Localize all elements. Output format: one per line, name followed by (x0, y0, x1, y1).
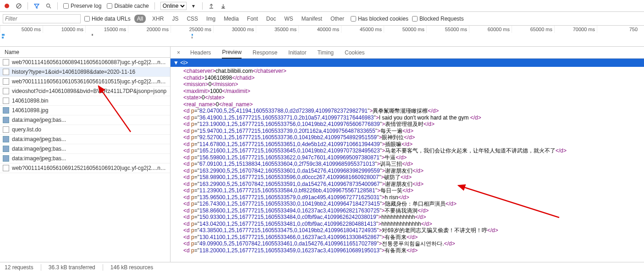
xml-d-element[interactable]: <d p="163.29900,5,25,16707842,1605533601… (183, 168, 644, 174)
request-row[interactable]: data:image/jpeg;bas... (0, 154, 170, 163)
request-row[interactable]: query.list.do (0, 125, 170, 135)
filter-input[interactable] (3, 14, 81, 23)
separator (28, 2, 28, 10)
filter-type-font[interactable]: Font (244, 15, 261, 23)
request-row[interactable]: 140610898.jpg (0, 106, 170, 115)
request-row[interactable]: 140610898.bin (0, 96, 170, 106)
document-file-icon (3, 59, 9, 65)
search-icon[interactable] (45, 3, 52, 9)
status-requests: 12 requests (5, 264, 33, 271)
xml-d-element[interactable]: <d p="36.41900,1,25,16777215,1605533771,… (183, 114, 644, 121)
filter-type-doc[interactable]: Doc (264, 15, 279, 23)
request-row[interactable]: web?0011141605610608941160561060887|ugc.… (0, 58, 170, 67)
timeline-tick: 10000 ms (43, 26, 85, 33)
timeline-tick: 50000 ms (384, 26, 426, 33)
close-icon[interactable]: × (175, 49, 182, 56)
xml-d-element[interactable]: <d p="114.67800,1,25,16777215,1605533651… (183, 141, 644, 148)
xml-d-element[interactable]: <d p="11.23900,1,25,16777215,1605533584,… (183, 187, 644, 194)
upload-icon[interactable] (208, 3, 215, 9)
preserve-log-checkbox[interactable]: Preserve log (63, 3, 101, 9)
xml-d-element[interactable]: <d p="163.29900,5,25,16707842,1605533591… (183, 181, 644, 188)
xml-d-element[interactable]: <d p="92.52700,1,25,16777215,1605533736,… (183, 134, 644, 141)
filter-all-button[interactable]: All (134, 15, 146, 23)
blocked-requests-checkbox[interactable]: Blocked Requests (412, 16, 464, 22)
hide-data-urls-checkbox[interactable]: Hide data URLs (84, 16, 131, 22)
preview-tree[interactable]: ▼ <i> <chatserver>chat.bilibili.com</cha… (171, 59, 644, 262)
xml-element[interactable]: <maxlimit>1000</maxlimit> (183, 88, 644, 95)
timeline[interactable]: 5000 ms10000 ms15000 ms20000 ms25000 ms3… (0, 26, 644, 47)
xml-d-element[interactable]: <d p="158.86600,1,25,16777215,1605533494… (183, 207, 644, 214)
timeline-tick: 40000 ms (298, 26, 341, 33)
filter-type-media[interactable]: Media (221, 15, 242, 23)
filter-type-manifest[interactable]: Manifest (299, 15, 325, 23)
request-row[interactable]: history?type=1&oid=140610898&date=2020-1… (0, 67, 170, 77)
xml-d-element[interactable]: <d p="156.59800,1,25,16777215,1605533622… (183, 154, 644, 161)
blocked-requests-label: Blocked Requests (419, 16, 464, 22)
timeline-tick: 20000 ms (128, 26, 171, 33)
xml-d-element[interactable]: <d p="150.93300,1,25,16777215,1605533484… (183, 214, 644, 221)
blocked-cookies-checkbox[interactable]: Has blocked cookies (351, 16, 408, 22)
chevron-down-icon[interactable]: ▾ (190, 3, 197, 9)
clear-icon[interactable] (16, 3, 22, 9)
timeline-tick: 5000 ms (0, 26, 43, 33)
document-file-icon (3, 126, 9, 133)
xml-element[interactable]: <chatid>140610898</chatid> (183, 75, 644, 82)
xml-d-element[interactable]: <d p="123.19000,1,25,16777215,1605533756… (183, 121, 644, 128)
tab-preview[interactable]: Preview (222, 47, 242, 59)
filter-type-img[interactable]: Img (204, 15, 218, 23)
xml-d-element[interactable]: <d p="43.38500,1,25,16777215,1605533475,… (183, 227, 644, 234)
separator (41, 264, 41, 271)
request-row[interactable]: data:image/jpeg;bas... (0, 144, 170, 154)
request-row[interactable]: data:image/jpeg;bas... (0, 115, 170, 125)
xml-d-element[interactable]: <d p="130.41100,1,25,16777215,1605533466… (183, 234, 644, 241)
xml-d-element[interactable]: <d p="143.04200,1,25,16777215,1605533481… (183, 221, 644, 228)
request-row[interactable]: web?0011111605610610536160561610515|ugc.… (0, 77, 170, 87)
filter-type-xhr[interactable]: XHR (149, 15, 166, 23)
tab-cookies[interactable]: Cookies (345, 47, 364, 59)
separator (154, 2, 155, 10)
tab-headers[interactable]: Headers (190, 47, 211, 59)
request-name: web?0011111605610610536160561610515|ugc.… (12, 78, 167, 85)
download-icon[interactable] (220, 3, 226, 9)
filter-icon[interactable] (33, 3, 40, 9)
request-row[interactable]: data:image/jpeg;bas... (0, 135, 170, 144)
tree-root[interactable]: ▼ <i> (171, 59, 644, 67)
timeline-tick: 750 (597, 26, 639, 33)
xml-d-element[interactable]: <d p="82.04700,5,25,41194,1605533788,0,d… (183, 108, 644, 114)
xml-d-element[interactable]: <d p="126.74300,1,25,16777215,1605533530… (183, 201, 644, 207)
xml-element[interactable]: <mission>0</mission> (183, 81, 644, 88)
name-column-header[interactable]: Name (0, 47, 170, 58)
xml-d-element[interactable]: <d p="15.94700,1,25,16777215,1605533739,… (183, 128, 644, 135)
filter-bar: Hide data URLs All XHRJSCSSImgMediaFontD… (0, 12, 644, 26)
xml-d-element[interactable]: <d p="165.21600,1,25,16777215,1605533645… (183, 147, 644, 154)
filter-type-js[interactable]: JS (169, 15, 181, 23)
document-file-icon (3, 88, 9, 94)
record-icon[interactable] (4, 3, 10, 9)
xml-element[interactable]: <state>0</state> (183, 94, 644, 101)
request-name: data:image/jpeg;bas... (12, 146, 66, 152)
xml-d-element[interactable]: <d p="135.96500,1,25,16777215,1605533579… (183, 194, 644, 201)
timeline-tick: 35000 ms (256, 26, 298, 33)
xml-d-element[interactable]: <d p="49.09900,5,25,16707842,1605533461,… (183, 240, 644, 247)
devtools-toolbar: Preserve log Disable cache Online ▾ (0, 0, 644, 12)
filter-type-other[interactable]: Other (328, 15, 347, 23)
request-name: data:image/jpeg;bas... (12, 155, 66, 162)
throttle-select[interactable]: Online (160, 2, 187, 10)
filter-type-ws[interactable]: WS (281, 15, 296, 23)
xml-element[interactable]: <chatserver>chat.bilibili.com</chatserve… (183, 68, 644, 75)
filter-type-css[interactable]: CSS (184, 15, 201, 23)
timeline-tick: 65000 ms (512, 26, 554, 33)
timeline-tick: 15000 ms (85, 26, 128, 33)
xml-element[interactable]: <real_name>0</real_name> (183, 101, 644, 108)
xml-d-element[interactable]: <d p="67.09100,1,25,15138834,1605533604,… (183, 161, 644, 168)
request-row[interactable]: web?0011141605610691252160561069120|ugc.… (0, 163, 170, 173)
disable-cache-checkbox[interactable]: Disable cache (107, 3, 149, 9)
timeline-tick: 30000 ms (213, 26, 256, 33)
tab-timing[interactable]: Timing (317, 47, 334, 59)
xml-d-element[interactable]: <d p="158.98900,1,25,16777215,1605533596… (183, 174, 644, 181)
request-name: web?0011141605610691252160561069120|ugc.… (12, 165, 167, 171)
request-row[interactable]: videoshot?cid=140610898&bvid=BV1Rz411L7D… (0, 87, 170, 96)
xml-d-element[interactable]: <d p="118.20000,1,25,16777215,1605533459… (183, 247, 644, 254)
tab-response[interactable]: Response (253, 47, 277, 59)
tab-initiator[interactable]: Initiator (288, 47, 306, 59)
